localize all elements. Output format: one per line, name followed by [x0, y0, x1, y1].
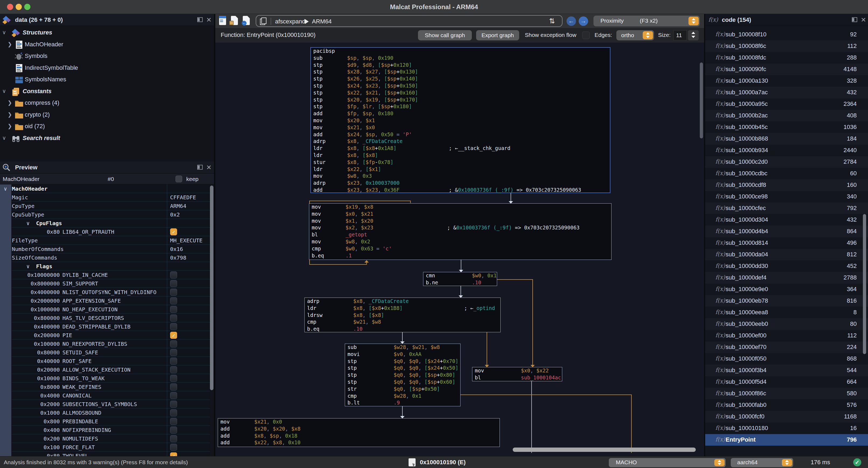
table-row-prebindable[interactable]: 0x800PREBINDABLE	[11, 417, 210, 426]
function-list-item[interactable]: f(x)sub_10000b868184	[705, 133, 868, 145]
tree-item-oid-72-[interactable]: ❯oid (72)	[0, 121, 214, 133]
table-row-filetype[interactable]: FileTypeMH_EXECUTE	[11, 236, 210, 245]
function-list-item[interactable]: f(x)sub_10000fcf01168	[705, 411, 868, 422]
flag-checkbox[interactable]: ✓	[170, 332, 177, 339]
function-list-item[interactable]: f(x)sub_10000c2d02784	[705, 156, 868, 168]
function-list-item[interactable]: f(x)sub_10000eb78816	[705, 295, 868, 307]
table-row-no_reexported_dylibs[interactable]: 0x100000NO_REEXPORTED_DYLIBS	[11, 340, 210, 348]
table-row-cputype[interactable]: CpuTypeARM64	[11, 202, 210, 210]
function-list-item[interactable]: f(x)sub_10000a7ac432	[705, 87, 868, 98]
optind-block[interactable]: adrp $x8, _CFDataCreateldr $x8, [$x8+0x1…	[304, 297, 501, 332]
tree-item-search-result[interactable]: ∨Search result	[0, 133, 214, 144]
table-row-dead_strippable_dylib[interactable]: 0x400000DEAD_STRIPPABLE_DYLIB	[11, 322, 210, 331]
document-back-icon[interactable]: ←	[241, 16, 251, 26]
detach-preview-icon[interactable]	[197, 165, 203, 170]
table-row-has_tlv_descriptors[interactable]: 0x800000HAS_TLV_DESCRIPTORS	[11, 314, 210, 322]
function-list-item[interactable]: f(x)sub_10000cfec792	[705, 203, 868, 214]
function-list-item[interactable]: f(x)sub_10000cdf8160	[705, 179, 868, 191]
exception-flow-checkbox[interactable]	[582, 31, 590, 39]
close-functions-icon[interactable]: ✕	[861, 16, 866, 24]
chevron-right-icon[interactable]: ❯	[7, 111, 12, 118]
show-call-graph-button[interactable]: Show call graph	[418, 30, 472, 40]
file-tab[interactable]: afscexpand ARM64 ⇅	[256, 15, 562, 27]
table-row-setuid_safe[interactable]: 0x80000SETUID_SAFE	[11, 348, 210, 357]
chevron-down-icon[interactable]: ∨	[2, 29, 6, 35]
cmn-block[interactable]: cmn $w0, 0x1b.ne .10	[423, 272, 497, 286]
table-row-cpuflags[interactable]: ∨CpuFlags	[11, 219, 210, 228]
table-row-cpusubtype[interactable]: CpuSubType0x2	[11, 210, 210, 219]
function-list-item[interactable]: f(x)sub_10000da04812	[705, 249, 868, 260]
table-row-weak_defines[interactable]: 0x8000WEAK_DEFINES	[11, 383, 210, 391]
function-list-item[interactable]: f(x)sub_10000dd30452	[705, 260, 868, 272]
function-list-item[interactable]: f(x)sub_10001018016	[705, 422, 868, 434]
flag-checkbox[interactable]	[170, 418, 177, 425]
function-list-item[interactable]: f(x)sub_10000d814496	[705, 237, 868, 249]
navigate-back-button[interactable]: ←	[566, 17, 576, 26]
table-row-allow_stack_execution[interactable]: 0x20000ALLOW_STACK_EXECUTION	[11, 365, 210, 374]
flag-checkbox[interactable]	[170, 297, 177, 304]
table-row-allmodsbound[interactable]: 0x1000ALLMODSBOUND	[11, 409, 210, 417]
call-sub-block[interactable]: mov $x0, $x22bl sub_1000104ac	[472, 367, 562, 381]
flag-checkbox[interactable]	[170, 427, 177, 434]
function-list-item[interactable]: f(x)sub_10000eeb080	[705, 318, 868, 330]
function-list-item[interactable]: f(x)sub_100008fdc288	[705, 52, 868, 63]
flag-checkbox[interactable]	[170, 323, 177, 330]
tree-item-machoheader[interactable]: ❯MachOHeader	[0, 39, 214, 51]
flag-checkbox[interactable]	[170, 409, 177, 416]
table-row-flags[interactable]: ∨Flags	[11, 262, 210, 271]
chevron-right-icon[interactable]: ❯	[7, 41, 12, 48]
size-input[interactable]: 11	[673, 30, 687, 40]
file-format-dropdown[interactable]: MACHO	[609, 458, 725, 467]
function-list-item[interactable]: f(x)sub_10000b9342440	[705, 145, 868, 156]
function-list-item[interactable]: f(x)sub_10000f050868	[705, 353, 868, 364]
architecture-dropdown[interactable]: aarch64	[731, 458, 793, 467]
table-row-binds_to_weak[interactable]: 0x10000BINDS_TO_WEAK	[11, 374, 210, 383]
close-panel-icon[interactable]: ✕	[206, 16, 212, 24]
chevron-down-icon[interactable]: ∨	[26, 220, 30, 227]
chevron-right-icon[interactable]: ❯	[7, 99, 12, 106]
table-row-no_heap_execution[interactable]: 0x1000000NO_HEAP_EXECUTION	[11, 305, 210, 314]
graph-vertical-scrollbar[interactable]	[700, 62, 703, 138]
table-row-numberofcommands[interactable]: NumberOfCommands0x16	[11, 245, 210, 254]
flag-checkbox[interactable]	[170, 280, 177, 287]
view-mode-dropdown[interactable]: Proximity (F3 x2)	[593, 16, 700, 26]
detach-panel-icon[interactable]	[197, 17, 203, 22]
entry-block[interactable]: pacibspsub $sp, $sp, 0x190stp $d9, $d8, …	[310, 47, 611, 193]
function-list-item[interactable]: f(x)sub_10000f5d4664	[705, 376, 868, 388]
table-row-magic[interactable]: MagicCFFAEDFE	[11, 193, 210, 202]
sidebar-toggle-icon[interactable]	[217, 16, 227, 26]
function-list-item[interactable]: f(x)sub_10000d304432	[705, 214, 868, 226]
flag-checkbox[interactable]: ✓	[170, 228, 177, 235]
function-list-item[interactable]: f(x)sub_100008f1092	[705, 29, 868, 40]
tree-item-constants[interactable]: ∨Constants	[0, 86, 214, 97]
function-list-item[interactable]: f(x)sub_10000ce98340	[705, 191, 868, 203]
flag-checkbox[interactable]	[170, 435, 177, 442]
keep-checkbox[interactable]	[176, 176, 182, 182]
bottom-block[interactable]: mov $x21, 0x0add $x20, $x20, $x8add $x8,…	[218, 418, 500, 447]
flag-checkbox[interactable]	[170, 366, 177, 373]
flag-checkbox[interactable]	[170, 375, 177, 382]
tree-item-indirectsymboltable[interactable]: IndirectSymbolTable	[0, 62, 214, 74]
table-row-app_extension_safe[interactable]: 0x2000000APP_EXTENSION_SAFE	[11, 296, 210, 305]
function-list-item[interactable]: f(x)sub_10000fab0576	[705, 399, 868, 411]
sort-icon[interactable]: ⇅	[549, 17, 555, 25]
table-row-root_safe[interactable]: 0x40000ROOT_SAFE	[11, 357, 210, 365]
function-list-item[interactable]: f(x)sub_10000def42788	[705, 272, 868, 284]
export-graph-button[interactable]: Export graph	[476, 30, 519, 40]
flag-checkbox[interactable]	[170, 306, 177, 313]
function-list-item[interactable]: f(x)sub_10000f86c580	[705, 388, 868, 399]
function-list-item[interactable]: f(x)sub_10000eea88	[705, 307, 868, 318]
table-row-nomultidefs[interactable]: 0x200NOMULTIDEFS	[11, 434, 210, 443]
graph-horizontal-scrollbar[interactable]	[513, 447, 696, 452]
table-row-lib64_or_ptrauth[interactable]: 0x80LIB64_OR_PTRAUTH✓	[11, 228, 210, 236]
flag-checkbox[interactable]	[170, 340, 177, 347]
flag-checkbox[interactable]	[170, 315, 177, 322]
function-list-item[interactable]: f(x)sub_10000b2ac408	[705, 110, 868, 121]
close-preview-icon[interactable]: ✕	[206, 164, 212, 171]
functions-scrollbar[interactable]	[863, 214, 866, 354]
table-row-nlist_outofsync_with_dyldinfo[interactable]: 0x4000000NLIST_OUTOFSYNC_WITH_DYLDINFO	[11, 288, 210, 296]
flag-checkbox[interactable]	[170, 383, 177, 390]
flag-checkbox[interactable]: ✓	[170, 452, 177, 456]
function-list-item[interactable]: f(x)sub_10000ef70224	[705, 342, 868, 353]
chevron-down-icon[interactable]: ∨	[26, 263, 30, 269]
